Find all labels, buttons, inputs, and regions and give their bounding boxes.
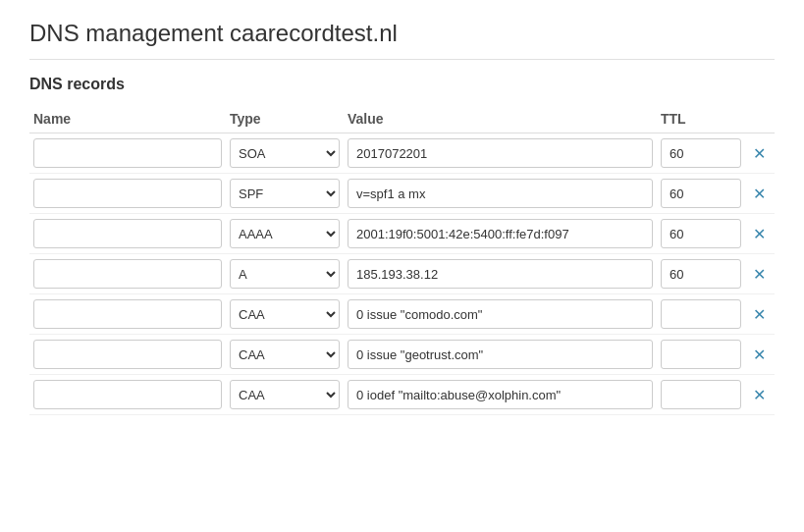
col-header-ttl: TTL (657, 105, 745, 133)
ttl-input[interactable] (661, 380, 741, 409)
type-select[interactable]: SOASPFAAAAACAAMXTXTNSCNAME (230, 179, 340, 208)
value-input[interactable] (348, 380, 653, 409)
name-input[interactable] (33, 138, 222, 168)
value-input[interactable] (348, 179, 653, 208)
table-row: SOASPFAAAAACAAMXTXTNSCNAME✕ (29, 174, 775, 214)
name-input[interactable] (33, 299, 222, 329)
type-select[interactable]: SOASPFAAAAACAAMXTXTNSCNAME (230, 259, 340, 289)
delete-button[interactable]: ✕ (749, 142, 770, 165)
type-select[interactable]: SOASPFAAAAACAAMXTXTNSCNAME (230, 138, 340, 168)
type-select[interactable]: SOASPFAAAAACAAMXTXTNSCNAME (230, 380, 340, 409)
delete-button[interactable]: ✕ (749, 303, 770, 326)
name-input[interactable] (33, 340, 222, 369)
name-input[interactable] (33, 179, 222, 208)
ttl-input[interactable] (661, 219, 741, 248)
value-input[interactable] (348, 299, 653, 329)
ttl-input[interactable] (661, 340, 741, 369)
ttl-input[interactable] (661, 138, 741, 168)
value-input[interactable] (348, 138, 653, 168)
table-row: SOASPFAAAAACAAMXTXTNSCNAME✕ (29, 133, 775, 174)
dns-records-table: Name Type Value TTL SOASPFAAAAACAAMXTXTN… (29, 105, 775, 415)
ttl-input[interactable] (661, 259, 741, 289)
name-input[interactable] (33, 259, 222, 289)
delete-button[interactable]: ✕ (749, 183, 770, 205)
value-input[interactable] (348, 259, 653, 289)
table-row: SOASPFAAAAACAAMXTXTNSCNAME✕ (29, 335, 775, 375)
delete-button[interactable]: ✕ (749, 223, 770, 245)
type-select[interactable]: SOASPFAAAAACAAMXTXTNSCNAME (230, 340, 340, 369)
value-input[interactable] (348, 219, 653, 248)
delete-button[interactable]: ✕ (749, 384, 770, 406)
delete-button[interactable]: ✕ (749, 263, 770, 286)
section-title: DNS records (29, 76, 775, 93)
table-row: SOASPFAAAAACAAMXTXTNSCNAME✕ (29, 254, 775, 294)
name-input[interactable] (33, 380, 222, 409)
table-row: SOASPFAAAAACAAMXTXTNSCNAME✕ (29, 294, 775, 335)
type-select[interactable]: SOASPFAAAAACAAMXTXTNSCNAME (230, 219, 340, 248)
type-select[interactable]: SOASPFAAAAACAAMXTXTNSCNAME (230, 299, 340, 329)
table-row: SOASPFAAAAACAAMXTXTNSCNAME✕ (29, 214, 775, 254)
col-header-value: Value (344, 105, 657, 133)
table-row: SOASPFAAAAACAAMXTXTNSCNAME✕ (29, 375, 775, 415)
col-header-name: Name (29, 105, 226, 133)
col-header-type: Type (226, 105, 344, 133)
page-title: DNS management caarecordtest.nl (29, 20, 775, 60)
ttl-input[interactable] (661, 179, 741, 208)
col-header-action (745, 105, 775, 133)
name-input[interactable] (33, 219, 222, 248)
value-input[interactable] (348, 340, 653, 369)
delete-button[interactable]: ✕ (749, 344, 770, 366)
ttl-input[interactable] (661, 299, 741, 329)
